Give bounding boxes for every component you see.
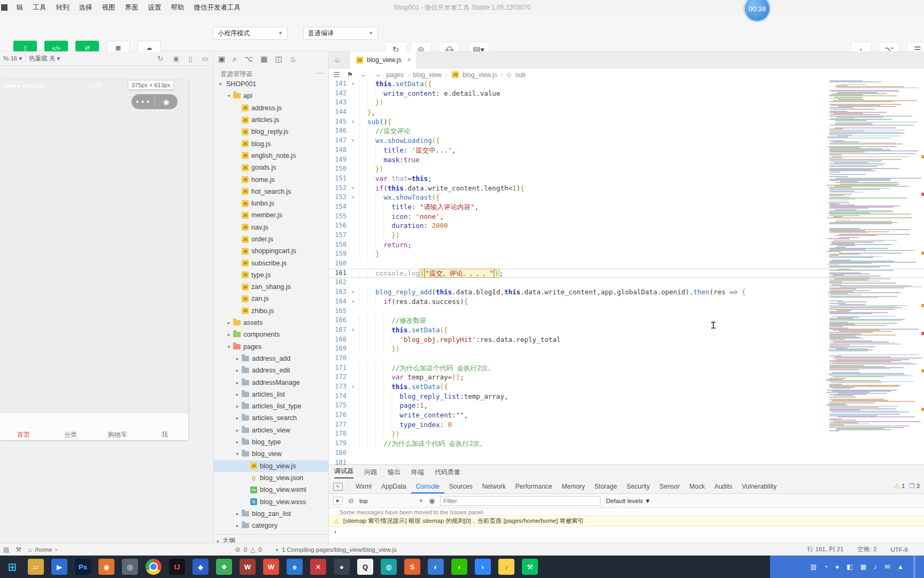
menu-item-微信开发者工具[interactable]: 微信开发者工具	[189, 3, 246, 12]
copy-icon[interactable]: ▫	[55, 546, 57, 553]
devtools-tab-Security[interactable]: Security	[622, 480, 654, 493]
menu-item-设置[interactable]: 设置	[143, 3, 166, 12]
tray-icon[interactable]: ✉	[884, 563, 890, 571]
devtools-tab-Network[interactable]: Network	[478, 480, 511, 493]
taskbar-icon-app-blue[interactable]: ◆	[192, 559, 209, 575]
indent-setting[interactable]: 空格: 2	[858, 545, 877, 553]
tree-expander[interactable]: ▸	[234, 368, 241, 373]
system-tray[interactable]: ▥◔●◧▦♪✉▲	[770, 556, 924, 578]
taskbar-icon-wechat-devtools[interactable]: ⚒	[522, 559, 538, 575]
tree-item-blog_view.wxss[interactable]: Sblog_view.wxss	[214, 496, 328, 507]
menu-item-视图[interactable]: 视图	[97, 3, 120, 12]
devtools-tab-Vulnerability[interactable]: Vulnerability	[737, 480, 781, 493]
tree-item-lunbo.js[interactable]: JSlunbo.js	[214, 197, 328, 209]
devtools-tab-Sensor[interactable]: Sensor	[654, 480, 684, 493]
panel-tab-调试器[interactable]: 调试器	[334, 467, 353, 478]
phone-simulator[interactable]: ●●●●● WeChat 12:29 375px × 613px ● ● ● ◉…	[0, 80, 188, 440]
tray-icon[interactable]: ♪	[874, 563, 877, 571]
tree-expander[interactable]: ▸	[234, 415, 241, 421]
devtools-tab-AppData[interactable]: AppData	[376, 480, 411, 493]
tree-item-address.js[interactable]: JSaddress.js	[214, 102, 328, 114]
tray-icon[interactable]: ◔	[824, 563, 828, 571]
capsule-home-icon[interactable]: ◉	[155, 98, 178, 106]
taskbar-icon-media-player[interactable]: ▶	[51, 559, 67, 575]
phone-tab-分类[interactable]: 分类	[47, 413, 94, 440]
breadcrumb-part-pages[interactable]: pages	[386, 71, 404, 79]
tree-item-goods.js[interactable]: JSgoods.js	[214, 162, 328, 173]
fold-arrow[interactable]: ∨	[346, 117, 359, 127]
sidebar-tool-icon[interactable]: ⌥	[244, 55, 253, 64]
log-levels-select[interactable]: Default levels ▼	[606, 498, 651, 504]
taskbar-icon-word-app[interactable]: W	[240, 559, 256, 575]
devtools-tab-Wxml[interactable]: Wxml	[351, 480, 376, 493]
compile-select[interactable]: 普通编译▼	[303, 27, 378, 40]
fold-arrow[interactable]: ∨	[346, 287, 359, 297]
sidebar-tool-icon[interactable]: ⌕	[233, 55, 237, 64]
mode-select[interactable]: 小程序模式▼	[213, 27, 288, 40]
show-desktop-button[interactable]	[913, 556, 915, 578]
hot-reload-select[interactable]: 热重载 关 ▾	[26, 55, 63, 63]
menu-item-选择[interactable]: 选择	[74, 3, 97, 12]
sidebar-tool-icon[interactable]: ▦	[260, 55, 267, 64]
tree-item-hot_search.js[interactable]: JShot_search.js	[214, 186, 328, 197]
sim-zoom-select[interactable]: % 16 ▾	[0, 55, 25, 62]
devtools-tab-Storage[interactable]: Storage	[590, 480, 622, 493]
tree-item-blog_view.wxml[interactable]: <>blog_view.wxml	[214, 484, 328, 496]
phone-tab-我[interactable]: 我	[141, 413, 188, 440]
devtools-tab-Console[interactable]: Console	[411, 480, 444, 493]
filter-input[interactable]	[440, 496, 600, 506]
devtools-tab-Memory[interactable]: Memory	[557, 480, 589, 493]
tree-item-address_add[interactable]: ▸address_add	[214, 353, 328, 364]
menu-item-工具[interactable]: 工具	[28, 3, 51, 12]
explorer-more-button[interactable]: ⋯	[317, 70, 323, 79]
tray-icon[interactable]: ▲	[897, 563, 904, 571]
sim-control-icon[interactable]: ▯	[184, 55, 197, 63]
breadcrumb-part-blog_view[interactable]: blog_view	[413, 71, 441, 79]
tree-expander[interactable]: ▾	[217, 81, 224, 87]
warning-badge[interactable]: ⚠ 1	[894, 482, 905, 490]
tree-expander[interactable]: ▸	[226, 332, 232, 337]
devtools-tab-Sources[interactable]: Sources	[444, 480, 478, 493]
back-icon[interactable]: ←	[358, 71, 368, 79]
breadcrumb-part-blog_view.js[interactable]: blog_view.js	[463, 71, 497, 79]
panel-tab-终端[interactable]: 终端	[411, 468, 424, 477]
tree-expander[interactable]: ▸	[234, 511, 241, 516]
tree-item-api[interactable]: ▾api	[214, 90, 328, 102]
sim-control-icon[interactable]: ◉	[168, 55, 183, 63]
outline-section[interactable]: ▸ 大纲	[214, 534, 328, 543]
breadcrumb-part-sub[interactable]: sub	[515, 71, 525, 79]
menu-item-界面[interactable]: 界面	[120, 3, 143, 12]
coffee-icon[interactable]: ♨	[334, 56, 341, 64]
tree-item-zan.js[interactable]: JSzan.js	[214, 293, 328, 305]
tree-item-blog_view.js[interactable]: JSblog_view.js	[214, 460, 328, 472]
tree-item-type.js[interactable]: JStype.js	[214, 269, 328, 281]
tree-item-addressManage[interactable]: ▸addressManage	[214, 376, 328, 388]
taskbar-icon-dingtalk[interactable]: ◗	[475, 559, 491, 575]
outline-menu-icon[interactable]: ☰	[332, 71, 342, 79]
taskbar-icon-sogou[interactable]: S	[404, 559, 420, 575]
tree-expander[interactable]: ▾	[234, 451, 241, 457]
wechat-capsule[interactable]: ● ● ● ◉	[132, 94, 178, 109]
fold-arrow[interactable]: ∨	[346, 79, 359, 89]
taskbar-icon-chrome[interactable]	[145, 559, 161, 575]
tree-expander[interactable]: ▸	[234, 356, 241, 361]
tree-item-SHOP001[interactable]: ▾SHOP001	[214, 78, 328, 90]
taskbar-icon-camera-app[interactable]: ◎	[122, 559, 138, 575]
eye-icon[interactable]: ◉	[429, 497, 435, 505]
forward-icon[interactable]: →	[372, 71, 382, 79]
taskbar-icon-app-dark[interactable]: ●	[334, 559, 350, 575]
tree-item-articles_list[interactable]: ▸articles_list	[214, 389, 328, 400]
eager-eval-icon[interactable]: ▶	[333, 497, 343, 505]
panel-tab-问题[interactable]: 问题	[364, 468, 377, 477]
taskbar-icon-wps[interactable]: W	[263, 559, 279, 575]
more-dots-icon[interactable]: ● ● ●	[132, 99, 155, 104]
taskbar-icon-app-green[interactable]: ❖	[216, 559, 232, 575]
taskbar-icon-edge[interactable]: e	[287, 559, 303, 575]
tree-expander[interactable]: ▾	[226, 344, 232, 349]
tree-item-assets[interactable]: ▸assets	[214, 317, 328, 329]
tree-item-member.js[interactable]: JSmember.js	[214, 209, 328, 221]
devtools-tab-Performance[interactable]: Performance	[511, 480, 557, 493]
phone-tab-首页[interactable]: 首页	[0, 413, 47, 440]
sidebar-tool-icon[interactable]: ♨	[290, 55, 297, 64]
fold-arrow[interactable]: ∨	[346, 297, 359, 307]
